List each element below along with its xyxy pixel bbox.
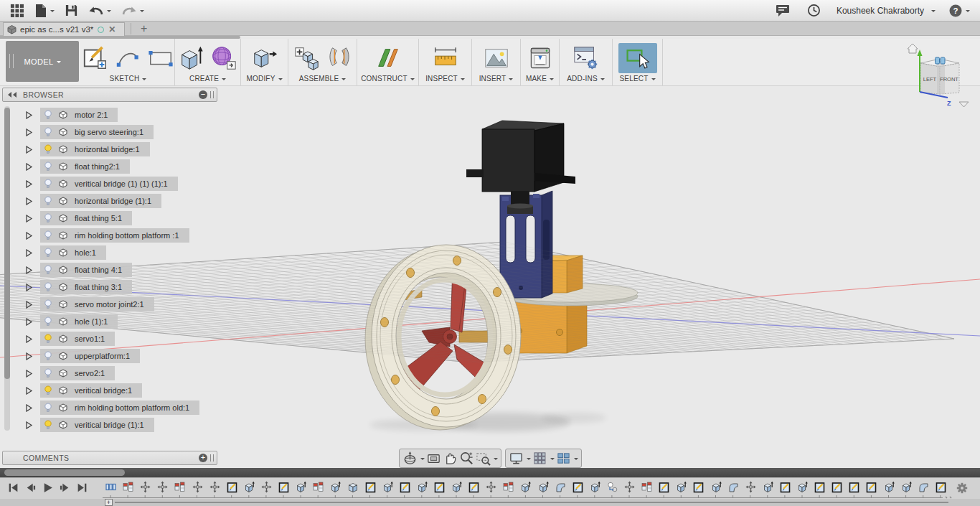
close-tab-icon[interactable]: ✕ [108,26,116,33]
timeline-feature-extrude[interactable] [676,481,687,496]
expand-arrow-icon[interactable] [26,318,33,326]
timeline-feature-fillet[interactable] [918,481,929,496]
visibility-bulb-icon[interactable] [44,385,52,395]
timeline-feature-sketch[interactable] [278,481,289,496]
workspace-selector[interactable]: MODEL [6,41,79,82]
layout-grid-button[interactable] [532,450,555,467]
visibility-bulb-icon[interactable] [44,403,52,413]
visibility-bulb-icon[interactable] [44,368,52,378]
redo-button[interactable] [121,4,144,17]
browser-row[interactable]: rim holding bottom platform old:1 [26,399,199,416]
expand-arrow-icon[interactable] [26,370,33,378]
visibility-bulb-icon[interactable] [44,282,52,292]
timeline-feature-move[interactable] [261,481,272,496]
browser-row[interactable]: upperplatform:1 [26,347,199,365]
browser-item[interactable]: upperplatform:1 [40,349,140,363]
expand-arrow-icon[interactable] [26,215,33,222]
browser-row[interactable]: servo2:1 [26,365,199,382]
browser-scrollbar-thumb[interactable] [4,108,10,379]
expand-arrow-icon[interactable] [26,163,33,171]
timeline-feature-extrude[interactable] [884,481,895,496]
expand-circle-icon[interactable]: + [199,454,207,462]
browser-item[interactable]: veritical bridge:1 [40,383,142,398]
browser-item[interactable]: big servo steering:1 [40,125,154,139]
browser-row[interactable]: hole (1):1 [26,313,199,330]
timeline-feature-extrude[interactable] [711,481,722,496]
new-component-button[interactable] [292,44,322,72]
browser-item[interactable]: horizontal bridge:1 [40,142,150,156]
panel-grip-icon[interactable] [210,454,214,462]
expand-arrow-icon[interactable] [26,352,33,360]
timeline-feature-fillet[interactable] [555,481,566,496]
expand-arrow-icon[interactable] [26,180,33,188]
visibility-bulb-icon[interactable] [44,127,52,137]
timeline-feature-move[interactable] [209,481,220,496]
3d-viewport[interactable]: BROWSER − motor 2:1big servo steering:1h… [0,86,980,468]
timeline-feature-extrude[interactable] [797,481,808,496]
browser-item[interactable]: rim holding bottom platform :1 [40,228,189,243]
expand-arrow-icon[interactable] [26,128,33,136]
expand-arrow-icon[interactable] [26,404,33,412]
expand-arrow-icon[interactable] [26,146,33,154]
browser-item[interactable]: float thing 5:1 [40,211,132,225]
print-button[interactable] [527,44,554,72]
timeline-feature-joint[interactable] [641,481,652,496]
undo-button[interactable] [88,4,111,17]
timeline-feature-extrude[interactable] [244,481,255,496]
visibility-bulb-icon[interactable] [44,334,52,344]
timeline-feature-extrude[interactable] [763,481,773,496]
browser-row[interactable]: float thing 4:1 [26,261,199,278]
expand-arrow-icon[interactable] [26,266,33,274]
browser-item[interactable]: veritical bridge (1):1 [40,418,154,432]
browser-item[interactable]: hole:1 [40,245,106,260]
timeline-feature-sketch[interactable] [814,481,825,496]
timeline-feature-extrude[interactable] [417,481,428,496]
timeline-feature-joint[interactable] [174,481,185,496]
select-button[interactable] [618,43,657,73]
file-new-button[interactable] [34,4,55,18]
plane-button[interactable] [374,44,402,72]
timeline-feature-sketch[interactable] [659,481,669,496]
timeline-feature-components[interactable] [105,481,116,496]
timeline-feature-extrude[interactable] [590,481,600,496]
browser-row[interactable]: hole:1 [26,244,199,261]
browser-row[interactable]: float thing 3:1 [26,278,199,296]
expand-arrow-icon[interactable] [26,111,33,119]
timeline-feature-move[interactable] [624,481,635,496]
user-menu[interactable]: Kousheek Chakraborty [837,6,924,16]
rectangle-button[interactable] [146,44,176,72]
expand-arrow-icon[interactable] [26,284,33,291]
timeline-feature-joint[interactable] [313,481,324,496]
look-at-button[interactable] [425,450,442,467]
image-button[interactable] [481,44,512,72]
ribbon-section-dropdown[interactable]: MAKE [526,75,554,84]
timeline-feature-origin[interactable] [607,481,618,496]
timeline-feature-box[interactable] [347,481,358,496]
zoom-button[interactable] [458,450,475,467]
timeline-feature-move[interactable] [486,481,496,496]
timeline-feature-sketch[interactable] [866,481,877,496]
comments-button[interactable] [776,4,790,17]
expand-arrow-icon[interactable] [26,232,33,240]
browser-row[interactable]: big servo steering:1 [26,123,199,141]
notifications-button[interactable] [807,4,821,17]
timeline-feature-fillet[interactable] [728,481,739,496]
pan-button[interactable] [442,450,458,467]
timeline-feature-sketch[interactable] [936,481,946,496]
help-button[interactable]: ? [948,4,970,18]
timeline-feature-sketch[interactable] [468,481,479,496]
expand-arrow-icon[interactable] [26,335,33,343]
extrude-button[interactable] [177,44,206,72]
measure-button[interactable] [430,44,461,72]
timeline-feature-move[interactable] [192,481,203,496]
visibility-bulb-icon[interactable] [44,265,52,275]
timeline-feature-sketch[interactable] [365,481,376,496]
viewports-button[interactable] [555,450,579,467]
visibility-bulb-icon[interactable] [44,230,52,240]
timeline-track-line[interactable] [115,502,948,503]
save-button[interactable] [65,4,78,17]
timeline-feature-extrude[interactable] [382,481,393,496]
visibility-bulb-icon[interactable] [44,420,52,430]
timeline-feature-joint[interactable] [123,481,133,496]
joint-button[interactable] [325,44,354,72]
